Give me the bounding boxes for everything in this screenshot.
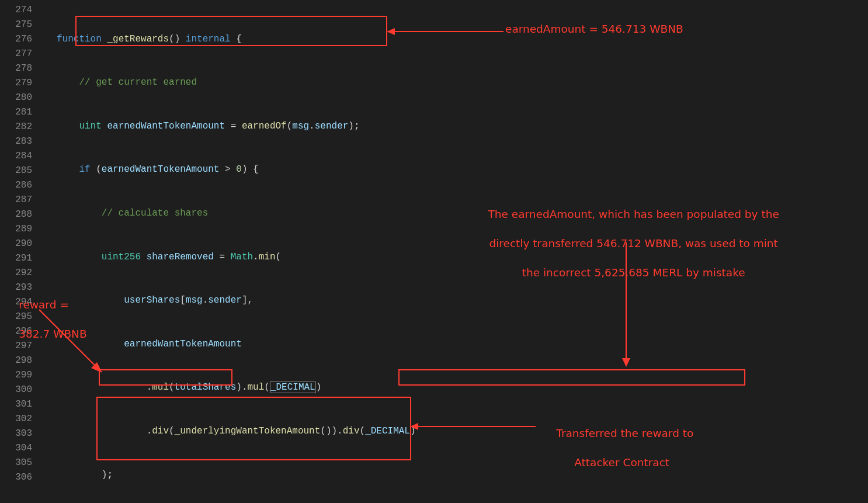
svg-marker-5 (622, 358, 630, 367)
code-line: uint earnedWantTokenAmount = earnedOf(ms… (57, 119, 868, 134)
line-number: 306 (0, 470, 32, 485)
line-number: 305 (0, 456, 32, 470)
line-number: 279 (0, 76, 32, 91)
line-number: 274 (0, 3, 32, 18)
line-number: 291 (0, 251, 32, 266)
code-line: userShares[msg.sender], (57, 293, 868, 308)
code-line: uint256 shareRemoved = Math.min( (57, 250, 868, 265)
line-number: 295 (0, 310, 32, 324)
code-line: .mul(totalShares).mul(_DECIMAL) (57, 380, 868, 395)
line-number: 304 (0, 441, 32, 456)
line-number: 302 (0, 412, 32, 426)
line-number: 280 (0, 91, 32, 105)
line-number-gutter: 274 275 276 277 278 279 280 281 282 283 … (0, 0, 39, 503)
code-line: // get current earned (57, 75, 868, 90)
line-number: 289 (0, 222, 32, 237)
line-number: 288 (0, 207, 32, 222)
code-line: function _getRewards() internal { (57, 32, 868, 47)
line-number: 282 (0, 120, 32, 134)
code-line: ); (57, 468, 868, 483)
code-line: earnedWantTokenAmount (57, 337, 868, 352)
line-number: 275 (0, 18, 32, 32)
annotation-text: directly transferred 546.712 WBNB, was u… (489, 237, 777, 249)
line-number: 278 (0, 61, 32, 76)
line-number: 276 (0, 32, 32, 47)
code-editor: 274 275 276 277 278 279 280 281 282 283 … (0, 0, 868, 503)
line-number: 298 (0, 353, 32, 368)
line-number: 277 (0, 47, 32, 61)
line-number: 296 (0, 324, 32, 339)
svg-marker-3 (91, 362, 102, 373)
line-number: 286 (0, 178, 32, 193)
annotation-text: the incorrect 5,625.685 MERL by mistake (522, 266, 745, 279)
line-number: 303 (0, 426, 32, 441)
line-number: 300 (0, 383, 32, 397)
line-number: 292 (0, 266, 32, 280)
line-number: 285 (0, 164, 32, 178)
line-number: 301 (0, 397, 32, 412)
code-line: // calculate shares (57, 206, 868, 221)
line-number: 283 (0, 134, 32, 149)
line-number: 287 (0, 193, 32, 207)
line-number: 281 (0, 105, 32, 120)
code-area: function _getRewards() internal { // get… (39, 0, 868, 503)
line-number: 293 (0, 280, 32, 295)
code-line: .div(_underlyingWantTokenAmount()).div(_… (57, 424, 868, 439)
line-number: 284 (0, 149, 32, 164)
line-number: 294 (0, 295, 32, 310)
code-line: if (earnedWantTokenAmount > 0) { (57, 162, 868, 177)
annotation-text: Attacker Contract (574, 456, 669, 469)
line-number: 297 (0, 339, 32, 353)
line-number: 290 (0, 237, 32, 251)
line-number: 299 (0, 368, 32, 383)
